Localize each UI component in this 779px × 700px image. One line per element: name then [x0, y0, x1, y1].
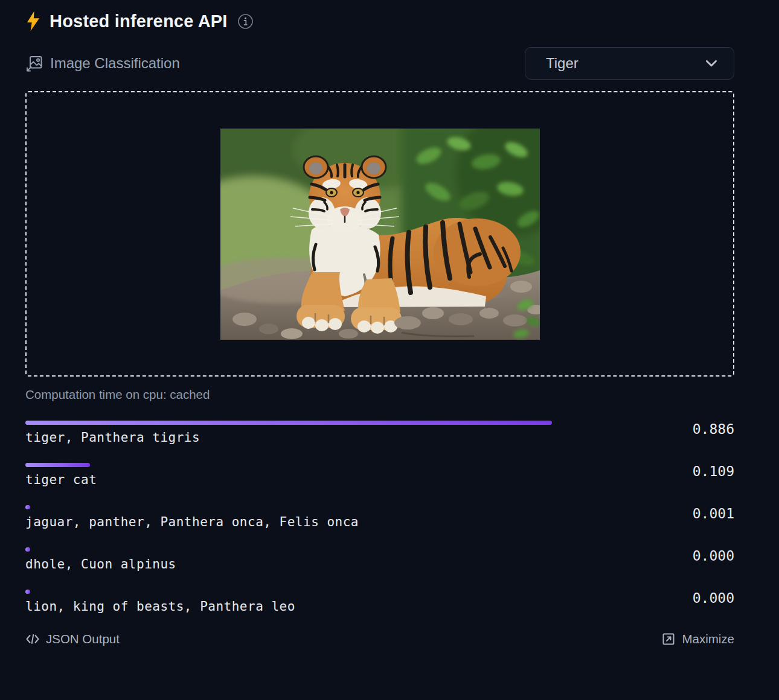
result-score: 0.001: [693, 506, 734, 521]
task-label: Image Classification: [50, 55, 180, 72]
computation-time: Computation time on cpu: cached: [25, 387, 734, 402]
maximize-label: Maximize: [682, 632, 734, 646]
code-icon: [25, 632, 40, 646]
result-label: dhole, Cuon alpinus: [25, 557, 620, 571]
task-row: Image Classification Tiger: [25, 47, 734, 80]
result-score: 0.109: [693, 463, 734, 479]
task-label-group: Image Classification: [25, 55, 180, 72]
result-row: tiger, Panthera tigris 0.886: [25, 421, 734, 445]
result-label: lion, king of beasts, Panthera leo: [25, 599, 620, 614]
info-icon[interactable]: [237, 13, 254, 30]
image-classification-icon: [25, 55, 43, 72]
score-bar: [25, 547, 30, 552]
result-label: tiger, Panthera tigris: [25, 430, 620, 445]
lightning-icon: [25, 11, 41, 31]
json-output-button[interactable]: JSON Output: [25, 632, 120, 646]
result-row: dhole, Cuon alpinus 0.000: [25, 547, 734, 571]
result-row: lion, king of beasts, Panthera leo 0.000: [25, 590, 734, 614]
result-score: 0.000: [693, 548, 734, 564]
classification-results: tiger, Panthera tigris 0.886 tiger cat 0…: [25, 421, 734, 614]
widget-footer: JSON Output Maximize: [25, 632, 734, 646]
widget-header: Hosted inference API: [25, 11, 734, 31]
page-title: Hosted inference API: [50, 11, 228, 31]
result-score: 0.886: [693, 421, 734, 437]
example-select[interactable]: Tiger: [525, 47, 734, 80]
score-bar: [25, 505, 30, 509]
chevron-down-icon: [704, 56, 719, 71]
example-select-value: Tiger: [546, 55, 579, 72]
result-label: tiger cat: [25, 472, 620, 487]
result-label: jaguar, panther, Panthera onca, Felis on…: [25, 515, 620, 529]
maximize-icon: [661, 632, 676, 646]
result-row: tiger cat 0.109: [25, 463, 734, 487]
image-dropzone[interactable]: [25, 91, 734, 377]
score-bar: [25, 463, 90, 467]
input-image-tiger: [220, 129, 540, 340]
json-output-label: JSON Output: [46, 632, 120, 646]
result-row: jaguar, panther, Panthera onca, Felis on…: [25, 505, 734, 529]
maximize-button[interactable]: Maximize: [661, 632, 734, 646]
result-score: 0.000: [693, 590, 734, 606]
inference-widget: Hosted inference API Image Classificatio…: [0, 0, 779, 646]
score-bar: [25, 590, 30, 594]
score-bar: [25, 421, 552, 425]
